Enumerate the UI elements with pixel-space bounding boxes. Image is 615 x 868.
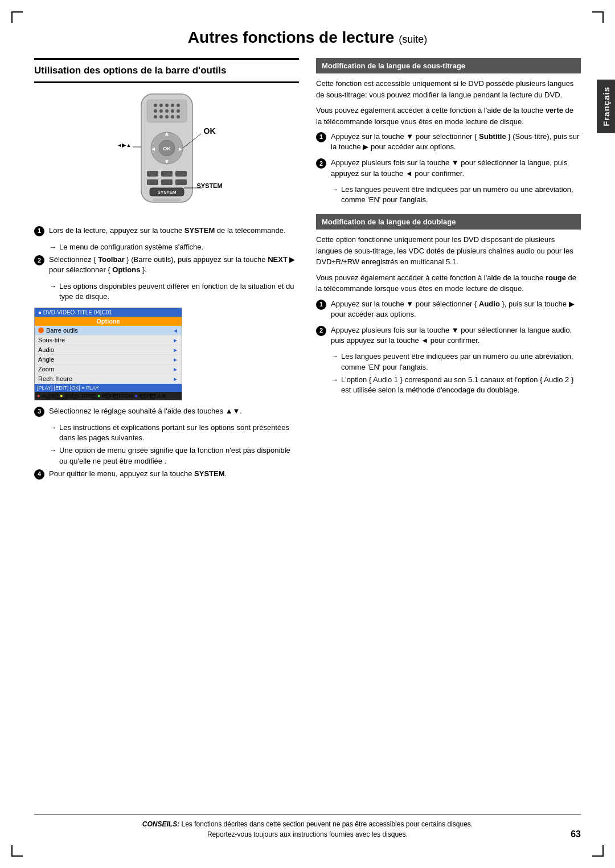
main-content: Utilisation des options de la barre d'ou… [34,58,581,485]
svg-point-13 [159,115,163,118]
subtitle-step-num-1: 1 [316,132,326,142]
svg-text:▲: ▲ [164,130,170,137]
page-container: Français Autres fonctions de lecture (su… [0,0,615,868]
corner-mark-bl [11,845,23,857]
menu-item-rech-heure: Rech. heure ► [35,374,182,384]
page-title-suffix: (suite) [399,34,427,45]
menu-bottom-dots: ● AUDIO ● SOUS-TITRE ● RÉPÉTITION ● RÉPÉ… [35,392,182,400]
audio-step-2-arrow-2: L'option { Audio 1 } correspond au son 5… [331,375,581,395]
step-3-arrow-2: Une option de menu grisée signifie que l… [49,445,299,466]
step-1-text: Lors de la lecture, appuyez sur la touch… [49,226,299,236]
step-2-arrow: Les options disponibles peuvent différer… [49,281,299,302]
svg-point-15 [171,115,174,118]
menu-item-zoom: Zoom ► [35,365,182,374]
step-3-arrow-1: Les instructions et explications portant… [49,423,299,443]
corner-mark-tl [11,11,23,23]
subtitle-para-2: Vous pouvez également accéder à cette fo… [316,105,581,127]
svg-point-14 [165,115,169,118]
step-num-4: 4 [34,469,44,480]
footer-conseils-text: CONSEILS: Les fonctions décrites dans ce… [34,819,581,840]
svg-point-10 [171,109,174,113]
page-footer: CONSEILS: Les fonctions décrites dans ce… [34,814,581,840]
svg-text:▼: ▼ [164,158,170,165]
left-section-heading: Utilisation des options de la barre d'ou… [34,58,299,83]
subtitle-section-title: Modification de la langue de sous-titrag… [316,58,581,73]
step-1: 1 Lors de la lecture, appuyez sur la tou… [34,226,299,236]
svg-point-8 [159,109,163,113]
svg-text:◄▶▲: ◄▶▲ [117,142,131,148]
step-num-1: 1 [34,226,44,236]
svg-rect-28 [161,179,173,185]
subtitle-step-1: 1 Appuyez sur la touche ▼ pour sélection… [316,132,581,152]
menu-top-bar: ● DVD-VIDEO-TITLE 04|C01 [35,308,182,317]
audio-language-section: Modification de la langue de doublage Ce… [316,214,581,395]
svg-text:◄: ◄ [150,146,156,152]
right-column: Modification de la langue de sous-titrag… [316,58,581,485]
audio-para-1: Cette option fonctionne uniquement pour … [316,234,581,268]
step-3: 3 Sélectionnez le réglage souhaité à l'a… [34,406,299,417]
audio-step-num-1: 1 [316,300,326,310]
svg-text:SYSTEM: SYSTEM [157,190,176,195]
step-num-3: 3 [34,407,44,417]
audio-step-2-text: Appuyez plusieurs fois sur la touche ▼ p… [331,325,581,346]
svg-point-11 [177,109,180,113]
step-2-text: Sélectionnez { Toolbar } (Barre outils),… [49,255,299,275]
subtitle-step-1-text: Appuyez sur la touche ▼ pour sélectionne… [331,132,581,152]
language-tab: Français [597,80,615,133]
menu-item-barre-outils: Barre outils ◄ [35,326,182,335]
menu-item-audio: Audio ► [35,345,182,355]
svg-point-16 [177,115,180,118]
svg-rect-25 [161,171,173,177]
svg-point-12 [154,115,157,118]
svg-point-9 [165,109,169,113]
subtitle-para-1: Cette fonction est accessible uniquement… [316,78,581,100]
remote-control-svg: ▲ ▼ ◄ ► OK SYSTEM [110,91,224,216]
step-2: 2 Sélectionnez { Toolbar } (Barre outils… [34,255,299,275]
menu-bottom-bar: [PLAY] [EDIT] [OK] = PLAY [35,384,182,392]
step-4-text: Pour quitter le menu, appuyez sur la tou… [49,469,299,479]
subtitle-steps-list: 1 Appuyez sur la touche ▼ pour sélection… [316,132,581,205]
menu-screenshot: ● DVD-VIDEO-TITLE 04|C01 Options Barre o… [34,308,182,400]
page-title: Autres fonctions de lecture (suite) [34,23,581,47]
svg-point-6 [177,104,180,107]
menu-item-sous-titre: Sous-titre ► [35,335,182,345]
svg-rect-29 [175,179,187,185]
corner-mark-tr [592,11,604,23]
audio-step-2-arrow-1: Les langues peuvent être indiquées par u… [331,351,581,372]
audio-step-2: 2 Appuyez plusieurs fois sur la touche ▼… [316,325,581,346]
subtitle-step-num-2: 2 [316,158,326,169]
menu-item-angle: Angle ► [35,355,182,365]
remote-control-area: ▲ ▼ ◄ ► OK SYSTEM [34,91,299,216]
svg-point-7 [154,109,157,113]
menu-dot [38,327,44,333]
subtitle-step-2: 2 Appuyez plusieurs fois sur la touche ▼… [316,158,581,178]
svg-rect-32 [153,198,181,201]
step-num-2: 2 [34,255,44,265]
step-3-text: Sélectionnez le réglage souhaité à l'aid… [49,406,299,416]
corner-mark-br [592,845,604,857]
svg-text:►: ► [178,146,183,152]
svg-point-3 [159,104,163,107]
svg-point-2 [154,104,157,107]
svg-point-5 [171,104,174,107]
svg-point-4 [165,104,169,107]
svg-rect-26 [175,171,187,177]
steps-list: 1 Lors de la lecture, appuyez sur la tou… [34,226,299,480]
svg-rect-24 [147,171,158,177]
step-4: 4 Pour quitter le menu, appuyez sur la t… [34,469,299,480]
left-column: Utilisation des options de la barre d'ou… [34,58,299,485]
audio-step-1: 1 Appuyez sur la touche ▼ pour sélection… [316,299,581,320]
subtitle-language-section: Modification de la langue de sous-titrag… [316,58,581,205]
audio-section-title: Modification de la langue de doublage [316,214,581,230]
page-number: 63 [571,829,581,840]
svg-rect-27 [147,179,158,185]
svg-text:OK: OK [203,126,215,136]
audio-step-num-2: 2 [316,326,326,336]
audio-steps-list: 1 Appuyez sur la touche ▼ pour sélection… [316,299,581,396]
subtitle-step-2-arrow: Les langues peuvent être indiquées par u… [331,185,581,205]
menu-options-label: Options [35,317,182,326]
audio-para-2: Vous pouvez également accéder à cette fo… [316,272,581,294]
subtitle-step-2-text: Appuyez plusieurs fois sur la touche ▼ p… [331,158,581,178]
svg-text:OK: OK [163,146,171,152]
step-1-arrow: Le menu de configuration système s'affic… [49,242,299,252]
